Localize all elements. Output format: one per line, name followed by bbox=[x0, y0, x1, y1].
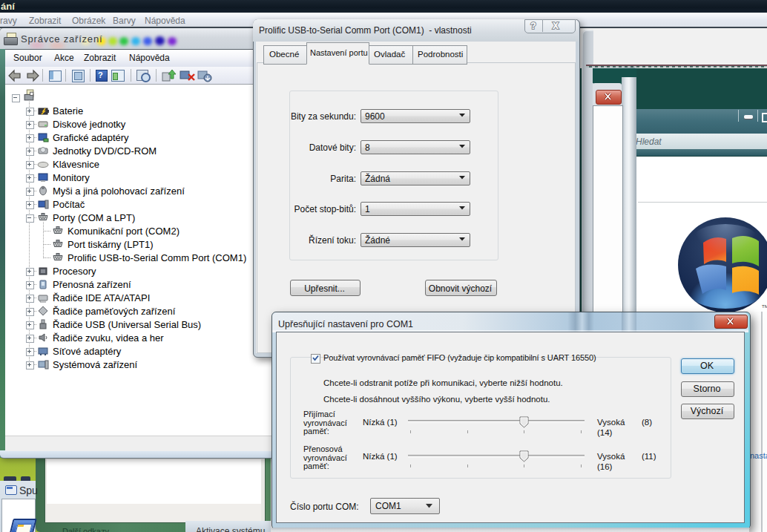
svg-text:?: ? bbox=[530, 21, 536, 31]
svg-text:X: X bbox=[553, 21, 559, 31]
